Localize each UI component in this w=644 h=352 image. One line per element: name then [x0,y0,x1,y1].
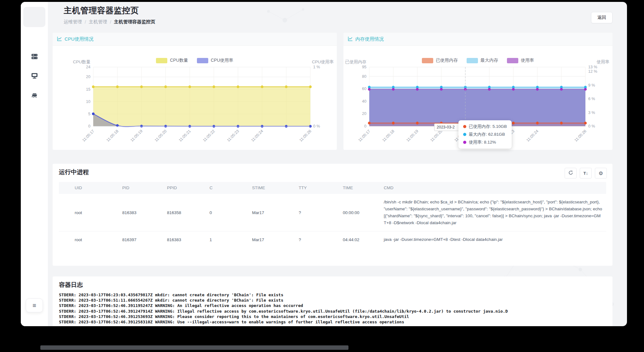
legend-swatch [422,58,433,63]
svg-text:5: 5 [88,112,90,116]
process-table-body: root8163838163580Mar17?00:00:00/bin/sh -… [59,194,606,248]
legend-swatch [507,58,518,63]
column-header: C [204,182,247,194]
legend-swatch [197,58,208,63]
legend-label: CPU数量 [170,58,188,63]
table-row: root8163838163580Mar17?00:00:00/bin/sh -… [59,194,606,231]
legend-item[interactable]: CPU数量 [156,58,188,63]
process-table-header: UIDPIDPPIDCSTIMETTYTIMECMD [59,182,606,194]
back-button[interactable]: 返回 [591,12,612,23]
tooltip-text: 最大内存: 62.81GB [469,132,505,137]
settings-button[interactable]: ⚙ [595,168,607,179]
settings-icon: ⚙ [599,170,603,176]
legend-item[interactable]: 使用率 [507,58,534,63]
svg-text:24: 24 [86,65,90,69]
sidebar-collapse-button[interactable]: ≡ [26,298,43,312]
hamburger-icon: ≡ [32,302,36,309]
app-window: ≡ 主机管理容器监控页 运维管理 [21,2,627,326]
logs-section-title: 容器日志 [59,281,83,289]
svg-text:11:05:17: 11:05:17 [81,129,95,143]
monitor-icon [31,71,38,81]
legend-label: 使用率 [521,58,534,63]
series-dot-icon [463,125,466,128]
svg-text:11:05:22: 11:05:22 [202,129,216,143]
svg-text:11:05:26: 11:05:26 [298,129,312,143]
cpu-chart-legend: CPU数量CPU使用率 [53,58,337,63]
svg-text:11:05:23: 11:05:23 [226,129,240,143]
breadcrumb-item[interactable]: 运维管理 [64,19,82,25]
svg-text:3 %: 3 % [588,111,595,115]
table-cell: 816397 [117,237,162,242]
column-height-button[interactable]: T↕ [580,168,592,179]
table-cell: ? [294,237,338,242]
breadcrumb-item: 主机管理容器监控页 [114,19,155,25]
svg-text:40: 40 [362,99,366,104]
legend-item[interactable]: 已使用内存 [422,58,458,63]
svg-text:6 %: 6 % [588,97,595,101]
svg-text:20: 20 [86,75,90,79]
svg-text:11:05:20: 11:05:20 [154,129,168,143]
svg-text:11:05:19: 11:05:19 [405,129,419,143]
svg-text:11:05:26: 11:05:26 [573,129,587,143]
svg-text:15: 15 [86,87,90,92]
tooltip-row: 使用率: 8.12% [463,139,507,145]
table-cell: /bin/sh -c mkdir BChain; echo $ca_id > B… [379,199,606,226]
breadcrumb: 运维管理/主机管理/主机管理容器监控页 [64,19,612,25]
table-cell: root [59,237,117,242]
column-header: TTY [294,182,338,194]
table-cell: 04:44:02 [338,237,379,242]
legend-swatch [467,58,478,63]
table-cell: Mar17 [247,237,294,242]
cpu-chart-card: CPU使用情况 CPU数量CPU使用率 05101520240 %1 %11:0… [53,33,337,150]
svg-text:60: 60 [362,87,366,91]
server-icon [31,53,38,62]
sidebar-item-monitor[interactable] [28,71,41,81]
logs-card: 容器日志 STDERR: 2023-03-17T06:23:03.4356798… [53,276,612,326]
svg-text:11:05:18: 11:05:18 [382,129,395,143]
logo-placeholder [23,7,45,27]
svg-text:11:05:18: 11:05:18 [106,129,119,143]
sidebar-item-containers[interactable] [28,89,41,100]
breadcrumb-item[interactable]: 主机管理 [89,19,107,25]
svg-text:0 %: 0 % [588,124,595,128]
table-toolbar: T↕ ⚙ [565,168,607,179]
screen: ≡ 主机管理容器监控页 运维管理 [0,0,644,352]
svg-text:95: 95 [362,65,366,69]
legend-item[interactable]: 最大内存 [467,58,498,63]
process-card: 运行中进程 T↕ ⚙ UIDPIDPPIDCSTIMETTYTI [53,164,612,266]
column-height-icon: T↕ [584,171,588,176]
table-cell: root [59,210,117,215]
chart-tooltip: 已使用内存: 5.10GB最大内存: 62.81GB使用率: 8.12% [458,120,512,149]
refresh-icon [568,170,573,176]
column-header: PID [117,182,162,194]
memory-card-title: 内存使用情况 [355,36,384,42]
line-chart-icon [348,36,353,42]
memory-chart[interactable]: 已使用内存最大内存使用率 020406080950 %3 %6 %9 %12 %… [343,46,612,150]
page-header: 主机管理容器监控页 运维管理/主机管理/主机管理容器监控页 返回 [64,5,612,25]
process-section-title: 运行中进程 [59,168,89,176]
column-header: UID [59,182,117,194]
table-cell: 1 [204,237,247,242]
cpu-chart[interactable]: CPU数量CPU使用率 05101520240 %1 %11:05:1711:0… [53,46,337,150]
svg-text:11:05:19: 11:05:19 [130,129,144,143]
table-cell: 816383 [117,210,162,215]
cpu-card-header: CPU使用情况 [53,33,337,46]
svg-text:11:05:17: 11:05:17 [357,129,371,143]
memory-chart-legend: 已使用内存最大内存使用率 [343,58,612,63]
table-cell: 816358 [162,210,204,215]
breadcrumb-separator: / [85,20,86,25]
series-dot-icon [463,141,466,144]
column-header: STIME [247,182,294,194]
refresh-button[interactable] [565,168,577,179]
svg-text:13 %: 13 % [588,65,597,69]
table-cell: ? [294,210,338,215]
log-lines: STDERR: 2023-03-17T06:23:03.435679817Z m… [59,292,611,325]
breadcrumb-separator: / [110,20,111,25]
container-icon [31,90,38,99]
legend-item[interactable]: CPU使用率 [197,58,233,63]
tooltip-text: 已使用内存: 5.10GB [469,124,507,129]
column-header: TIME [338,182,379,194]
sidebar-menu [21,52,48,100]
sidebar-item-hosts[interactable] [28,52,41,62]
log-line: STDERR: 2023-03-17T06:52:46.391195247Z W… [59,303,611,308]
